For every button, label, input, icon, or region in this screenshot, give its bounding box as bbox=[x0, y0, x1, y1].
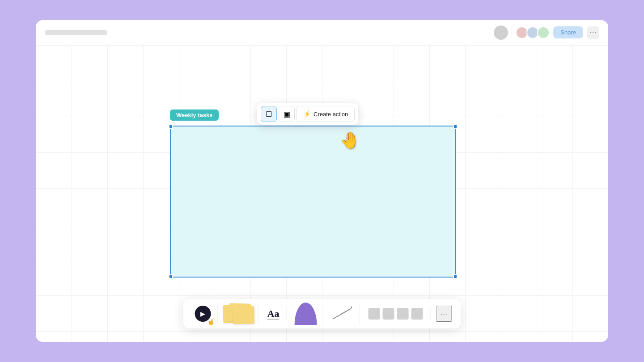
line-tool[interactable] bbox=[328, 303, 355, 325]
checkbox-tool-button[interactable]: ☐ bbox=[261, 106, 277, 122]
canvas-area[interactable]: ☐ ▣ ⚡ Create action Weekly tasks 🤚 bbox=[36, 45, 608, 342]
context-toolbar: ☐ ▣ ⚡ Create action bbox=[257, 103, 358, 125]
avatar-group bbox=[516, 26, 550, 39]
more-button[interactable]: ··· bbox=[436, 306, 452, 322]
text-tool-section: Aa bbox=[260, 306, 287, 321]
play-icon: ▶ bbox=[200, 310, 205, 317]
avatar bbox=[494, 25, 508, 40]
sticky-notes-tool[interactable] bbox=[223, 303, 254, 325]
sticky-notes-section bbox=[220, 303, 258, 325]
card-label: Weekly tasks bbox=[170, 109, 219, 121]
resize-handle-tr[interactable] bbox=[453, 124, 458, 129]
breadcrumb bbox=[45, 30, 107, 35]
semicircle-shape bbox=[294, 303, 317, 325]
shape-tool[interactable] bbox=[292, 303, 319, 325]
create-action-label: Create action bbox=[314, 111, 348, 118]
sticky-note-3 bbox=[233, 306, 254, 324]
gray-block-1[interactable] bbox=[368, 308, 380, 320]
card-body bbox=[170, 126, 456, 278]
more-section: ··· bbox=[432, 306, 455, 322]
header-right: Share ⋯ bbox=[494, 25, 599, 40]
app-window: Share ⋯ ☐ ▣ ⚡ Create action Weekly tasks bbox=[36, 20, 608, 342]
lightning-icon: ⚡ bbox=[303, 110, 311, 118]
divider bbox=[512, 27, 512, 38]
shape-tool-section bbox=[288, 303, 323, 325]
frame-icon: ▣ bbox=[284, 110, 290, 118]
play-tool-section: ▶ ☝ bbox=[189, 303, 218, 324]
play-button-container[interactable]: ▶ ☝ bbox=[192, 303, 214, 324]
frame-tool-button[interactable]: ▣ bbox=[279, 106, 295, 122]
selected-card[interactable]: Weekly tasks bbox=[170, 126, 456, 278]
checkbox-icon: ☐ bbox=[266, 110, 272, 118]
resize-handle-tl[interactable] bbox=[169, 124, 173, 129]
gray-blocks-group bbox=[364, 308, 426, 320]
line-tool-section bbox=[325, 303, 359, 325]
gray-block-4[interactable] bbox=[411, 308, 423, 320]
bottom-toolbar: ▶ ☝ Aa bbox=[183, 299, 461, 328]
create-action-button[interactable]: ⚡ Create action bbox=[297, 106, 355, 122]
hand-cursor-indicator: ☝ bbox=[207, 318, 215, 325]
avatar-user-3 bbox=[537, 26, 550, 39]
gray-block-2[interactable] bbox=[382, 308, 394, 320]
share-button[interactable]: Share bbox=[553, 26, 583, 38]
text-tool[interactable]: Aa bbox=[264, 306, 283, 321]
resize-handle-bl[interactable] bbox=[169, 274, 173, 279]
gray-block-3[interactable] bbox=[397, 308, 408, 320]
blocks-section bbox=[361, 308, 430, 320]
line-diagonal-icon bbox=[332, 308, 352, 320]
menu-button[interactable]: ⋯ bbox=[587, 26, 599, 39]
menu-icon: ⋯ bbox=[589, 28, 597, 37]
header: Share ⋯ bbox=[36, 20, 608, 45]
header-left bbox=[45, 30, 107, 35]
resize-handle-br[interactable] bbox=[453, 274, 458, 279]
